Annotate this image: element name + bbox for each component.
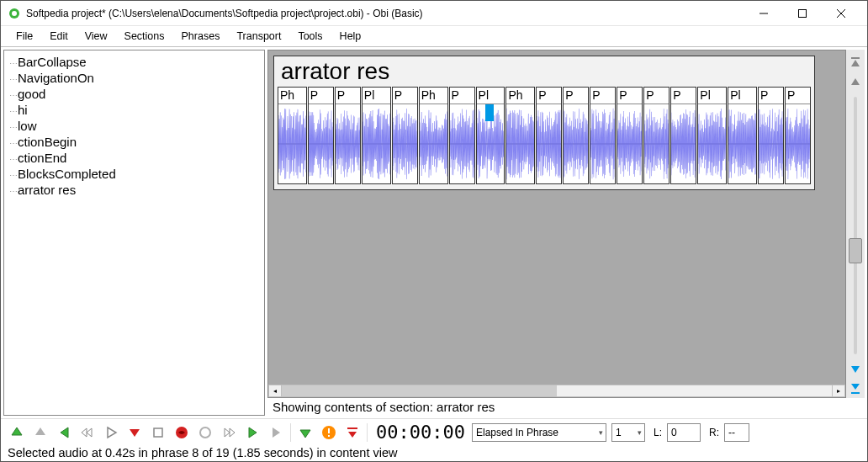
section-card[interactable]: arrator res PhPPPlPPhPPlPhPPPPPPPlPlPP xyxy=(273,56,815,190)
menu-transport[interactable]: Transport xyxy=(228,29,289,44)
download-button[interactable] xyxy=(341,422,363,443)
rewind-button[interactable] xyxy=(77,422,98,443)
menu-edit[interactable]: Edit xyxy=(41,29,77,44)
waveform[interactable] xyxy=(506,104,534,183)
phrase-label: P xyxy=(617,88,642,104)
right-meter-input[interactable] xyxy=(724,423,749,442)
phrase-label: P xyxy=(393,88,417,104)
waveform[interactable] xyxy=(537,104,561,183)
phrase-block[interactable]: P xyxy=(785,87,811,184)
phrase-block[interactable]: P xyxy=(335,87,361,184)
next-disabled-button[interactable] xyxy=(265,422,287,443)
section-info: Showing contents of section: arrator res xyxy=(267,398,865,416)
phrase-label: Pl xyxy=(728,88,756,104)
phrase-block[interactable]: Ph xyxy=(505,87,535,184)
nav-item[interactable]: good xyxy=(9,86,259,102)
svg-rect-27 xyxy=(154,428,162,437)
nav-item[interactable]: ctionBegin xyxy=(9,134,259,150)
waveform[interactable] xyxy=(309,104,333,183)
waveform[interactable] xyxy=(786,104,810,183)
prev-section-button[interactable] xyxy=(53,422,75,443)
playhead-cursor[interactable] xyxy=(485,104,494,121)
phrase-block[interactable]: P xyxy=(617,87,643,184)
menu-sections[interactable]: Sections xyxy=(116,29,173,44)
phrase-block[interactable]: P xyxy=(590,87,616,184)
transport-bar: 00:00:00 Elapsed In Phrase 1 L: R: xyxy=(1,418,867,445)
forward-button[interactable] xyxy=(218,422,240,443)
phrase-block[interactable]: P xyxy=(758,87,784,184)
phrase-block[interactable]: Ph xyxy=(278,87,307,184)
phrase-label: P xyxy=(450,88,474,104)
nav-item[interactable]: low xyxy=(9,118,259,134)
left-meter-input[interactable] xyxy=(667,423,701,442)
phrase-label: P xyxy=(759,88,783,104)
nav-top-icon[interactable] xyxy=(848,53,863,72)
minimize-button[interactable] xyxy=(744,2,783,25)
waveform[interactable] xyxy=(759,104,783,183)
record-button[interactable] xyxy=(171,422,193,443)
menu-view[interactable]: View xyxy=(77,29,116,44)
phrase-label: P xyxy=(336,88,360,104)
waveform[interactable] xyxy=(363,104,390,183)
nav-item[interactable]: BarCollapse xyxy=(9,54,259,70)
menu-phrases[interactable]: Phrases xyxy=(173,29,229,44)
phrase-label: P xyxy=(537,88,561,104)
waveform[interactable] xyxy=(336,104,360,183)
nav-item[interactable]: ctionEnd xyxy=(9,150,259,166)
nav-down-icon[interactable] xyxy=(848,359,863,378)
horizontal-scrollbar[interactable] xyxy=(282,385,832,397)
phrase-block[interactable]: P xyxy=(308,87,334,184)
svg-rect-25 xyxy=(851,57,860,59)
phrase-block[interactable]: Pl xyxy=(476,87,505,184)
nav-item[interactable]: arrator res xyxy=(9,182,259,198)
waveform[interactable] xyxy=(617,104,642,183)
move-up-disabled-button[interactable] xyxy=(29,422,51,443)
phrase-label: P xyxy=(644,88,669,104)
phrase-block[interactable]: P xyxy=(449,87,475,184)
nav-up-icon[interactable] xyxy=(848,73,863,92)
phrase-block[interactable]: P xyxy=(563,87,589,184)
phrase-block[interactable]: P xyxy=(643,87,670,184)
next-section-button[interactable] xyxy=(241,422,263,443)
nav-item[interactable]: hi xyxy=(9,102,259,118)
waveform[interactable] xyxy=(278,104,306,183)
phrase-block[interactable]: Pl xyxy=(728,87,757,184)
menu-help[interactable]: Help xyxy=(331,29,370,44)
svg-rect-33 xyxy=(347,427,357,429)
phrase-block[interactable]: P xyxy=(392,87,418,184)
monitor-button[interactable] xyxy=(194,422,216,443)
phrase-block[interactable]: P xyxy=(670,87,696,184)
close-button[interactable] xyxy=(822,2,860,25)
waveform[interactable] xyxy=(477,104,505,183)
waveform[interactable] xyxy=(590,104,615,183)
zoom-slider[interactable] xyxy=(849,97,862,354)
phrase-block[interactable]: Ph xyxy=(419,87,448,184)
move-up-button[interactable] xyxy=(6,422,28,443)
menu-file[interactable]: File xyxy=(8,29,41,44)
nav-bottom-icon[interactable] xyxy=(848,380,863,398)
alert-button[interactable] xyxy=(318,422,340,443)
scroll-right-button[interactable]: ▸ xyxy=(832,385,845,397)
maximize-button[interactable] xyxy=(783,2,822,25)
nav-item[interactable]: BlocksCompleted xyxy=(9,166,259,182)
stop-button[interactable] xyxy=(147,422,169,443)
phrase-block[interactable]: Pl xyxy=(362,87,391,184)
phrase-block[interactable]: P xyxy=(536,87,562,184)
waveform[interactable] xyxy=(728,104,756,183)
waveform[interactable] xyxy=(420,104,447,183)
menu-tools[interactable]: Tools xyxy=(289,29,331,44)
time-mode-combo[interactable]: Elapsed In Phrase xyxy=(472,423,606,442)
waveform[interactable] xyxy=(644,104,669,183)
play-mark-button[interactable] xyxy=(124,422,146,443)
waveform[interactable] xyxy=(393,104,417,183)
play-button[interactable] xyxy=(100,422,122,443)
scroll-left-button[interactable]: ◂ xyxy=(268,385,282,397)
phrase-block[interactable]: Pl xyxy=(697,87,727,184)
nav-item[interactable]: NavigationOn xyxy=(9,70,259,86)
speed-combo[interactable]: 1 xyxy=(611,423,645,442)
waveform[interactable] xyxy=(698,104,726,183)
waveform[interactable] xyxy=(450,104,474,183)
move-down-button[interactable] xyxy=(294,422,316,443)
waveform[interactable] xyxy=(671,104,696,183)
waveform[interactable] xyxy=(564,104,588,183)
